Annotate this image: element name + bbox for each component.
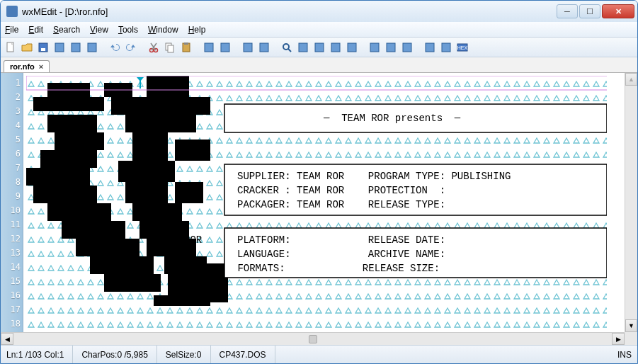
svg-rect-48 — [125, 182, 168, 203]
uncomment-button[interactable] — [257, 40, 271, 55]
paste-button[interactable] — [179, 40, 193, 55]
menu-tools[interactable]: Tools — [118, 25, 138, 35]
tab-ror[interactable]: ror.nfo × — [4, 60, 50, 72]
hex-mode-button[interactable]: HEX — [455, 40, 469, 55]
goto-button[interactable] — [345, 40, 359, 55]
horizontal-scrollbar[interactable]: ◀ ▶ — [1, 332, 625, 345]
svg-rect-27 — [403, 43, 411, 52]
editor-content[interactable]: ─ TEAM ROR presents ─SUPPLIER: TEAM ROR … — [23, 73, 625, 332]
hscroll-thumb[interactable] — [309, 335, 317, 343]
menu-help[interactable]: Help — [188, 25, 206, 35]
svg-rect-40 — [125, 115, 196, 132]
find-button[interactable] — [280, 40, 294, 55]
svg-rect-16 — [221, 43, 229, 52]
svg-rect-36 — [147, 76, 189, 97]
svg-rect-3 — [41, 48, 45, 51]
svg-rect-66 — [139, 77, 141, 89]
unindent-button[interactable] — [218, 40, 232, 55]
close-file-button[interactable] — [69, 40, 83, 55]
svg-rect-41 — [55, 132, 104, 150]
scroll-right-icon[interactable]: ▶ — [612, 333, 625, 345]
nfo-row-platform: PLATFORM: RELEASE DATE: — [237, 233, 445, 247]
nfo-row-supplier: SUPPLIER: TEAM ROR PROGRAM TYPE: PUBLISH… — [237, 169, 511, 183]
tab-close-icon[interactable]: × — [39, 62, 43, 71]
svg-rect-43 — [175, 140, 210, 161]
svg-rect-39 — [47, 115, 97, 132]
nfo-row-packager: PACKAGER: TEAM ROR RELEASE TYPE: — [237, 198, 445, 212]
scroll-track[interactable] — [625, 86, 637, 319]
svg-rect-29 — [442, 43, 450, 52]
center-align-button[interactable] — [384, 40, 398, 55]
scroll-down-icon[interactable]: ▼ — [625, 319, 637, 332]
redo-button[interactable] — [124, 40, 138, 55]
copy-button[interactable] — [163, 40, 177, 55]
window-title: wxMEdit - [D:\ror.nfo] — [22, 6, 557, 17]
menubar: FileEditSearchViewToolsWindowHelp — [1, 22, 637, 38]
svg-rect-21 — [299, 43, 307, 52]
svg-rect-26 — [387, 43, 395, 52]
save-all-button[interactable] — [52, 40, 67, 55]
svg-rect-18 — [260, 43, 268, 52]
menu-window[interactable]: Window — [148, 25, 178, 35]
left-align-button[interactable] — [368, 40, 382, 55]
cut-button[interactable] — [147, 40, 161, 55]
status-selection: SelSize:0 — [166, 346, 211, 363]
columns-button[interactable] — [439, 40, 453, 55]
comment-button[interactable] — [241, 40, 255, 55]
scroll-left-icon[interactable]: ◀ — [1, 333, 13, 345]
indent-button[interactable] — [202, 40, 216, 55]
statusbar: Ln:1 /103 Col:1 CharPos:0 /5,985 SelSize… — [1, 345, 637, 363]
svg-rect-42 — [132, 132, 168, 161]
right-align-button[interactable] — [400, 40, 414, 55]
hscroll-track[interactable] — [13, 333, 612, 345]
status-insert-mode: INS — [617, 346, 632, 363]
scroll-up-icon[interactable]: ▲ — [625, 73, 637, 86]
svg-rect-17 — [244, 43, 252, 52]
menu-edit[interactable]: Edit — [28, 25, 43, 35]
find-prev-button[interactable] — [296, 40, 310, 55]
svg-rect-15 — [205, 43, 213, 52]
svg-rect-53 — [139, 221, 189, 239]
vertical-scrollbar[interactable]: ▲ ▼ — [625, 73, 637, 332]
close-button[interactable]: ✕ — [602, 4, 634, 18]
new-file-button[interactable] — [4, 40, 18, 55]
open-file-button[interactable] — [20, 40, 34, 55]
tab-bar: ror.nfo × — [1, 57, 637, 73]
status-position: Ln:1 /103 Col:1 — [6, 346, 73, 363]
svg-rect-22 — [315, 43, 324, 52]
menu-view[interactable]: View — [90, 25, 108, 35]
replace-button[interactable] — [329, 40, 343, 55]
tab-label: ror.nfo — [10, 62, 35, 71]
svg-rect-50 — [47, 203, 111, 221]
svg-line-20 — [288, 49, 291, 52]
find-next-button[interactable] — [312, 40, 326, 55]
svg-rect-49 — [175, 182, 203, 203]
svg-rect-60 — [207, 263, 228, 302]
svg-rect-44 — [40, 150, 97, 168]
menu-search[interactable]: Search — [53, 25, 80, 35]
close-all-button[interactable] — [85, 40, 99, 55]
svg-rect-61 — [154, 295, 210, 306]
svg-rect-52 — [62, 221, 125, 239]
svg-rect-37 — [33, 97, 104, 111]
svg-rect-65 — [26, 76, 607, 90]
svg-rect-46 — [118, 161, 175, 182]
svg-rect-25 — [370, 43, 379, 52]
menu-file[interactable]: File — [5, 25, 18, 35]
svg-rect-5 — [72, 43, 80, 52]
maximize-button[interactable]: ☐ — [579, 4, 600, 18]
undo-button[interactable] — [108, 40, 122, 55]
svg-rect-24 — [348, 43, 356, 52]
status-charpos: CharPos:0 /5,985 — [81, 346, 156, 363]
options-button[interactable] — [423, 40, 437, 55]
svg-rect-12 — [168, 45, 173, 52]
svg-rect-6 — [88, 43, 96, 52]
minimize-button[interactable]: ─ — [557, 4, 578, 18]
nfo-ror-label: ROR — [184, 233, 202, 247]
svg-rect-59 — [168, 274, 217, 295]
svg-rect-58 — [104, 274, 161, 292]
svg-rect-34 — [47, 83, 90, 97]
save-file-button[interactable] — [36, 40, 50, 55]
svg-marker-67 — [137, 77, 144, 81]
toolbar: HEX — [1, 38, 637, 57]
